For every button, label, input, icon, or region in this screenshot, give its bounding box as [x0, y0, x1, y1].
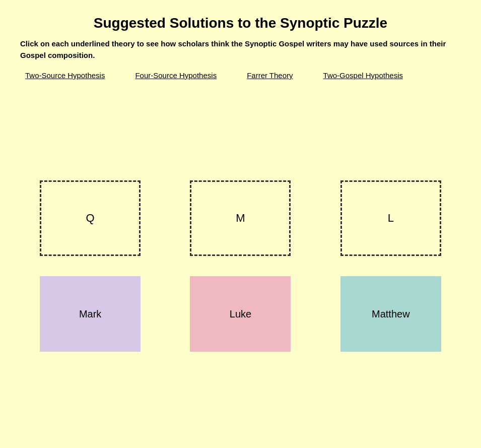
source-box-l: L	[340, 180, 441, 256]
farrer-link[interactable]: Farrer Theory	[247, 71, 293, 80]
diagram-area: Q Mark M Luke L Matthew	[20, 180, 461, 352]
four-source-link[interactable]: Four-Source Hypothesis	[135, 71, 217, 80]
gospel-box-mark: Mark	[40, 276, 141, 352]
two-gospel-link[interactable]: Two-Gospel Hypothesis	[323, 71, 403, 80]
gospel-box-matthew: Matthew	[340, 276, 441, 352]
gospel-label-matthew: Matthew	[372, 308, 410, 320]
gospel-label-mark: Mark	[79, 308, 101, 320]
source-label-m: M	[236, 212, 245, 225]
subtitle-text: Click on each underlined theory to see h…	[20, 38, 461, 61]
theory-nav: Two-Source Hypothesis Four-Source Hypoth…	[20, 71, 461, 80]
column-q: Q Mark	[40, 180, 141, 352]
column-m: M Luke	[190, 180, 291, 352]
source-box-q: Q	[40, 180, 141, 256]
source-label-l: L	[388, 212, 394, 225]
gospel-label-luke: Luke	[230, 308, 251, 320]
source-box-m: M	[190, 180, 291, 256]
gospel-box-luke: Luke	[190, 276, 291, 352]
two-source-link[interactable]: Two-Source Hypothesis	[25, 71, 105, 80]
column-l: L Matthew	[340, 180, 441, 352]
page-title: Suggested Solutions to the Synoptic Puzz…	[20, 15, 461, 31]
source-label-q: Q	[86, 212, 95, 225]
